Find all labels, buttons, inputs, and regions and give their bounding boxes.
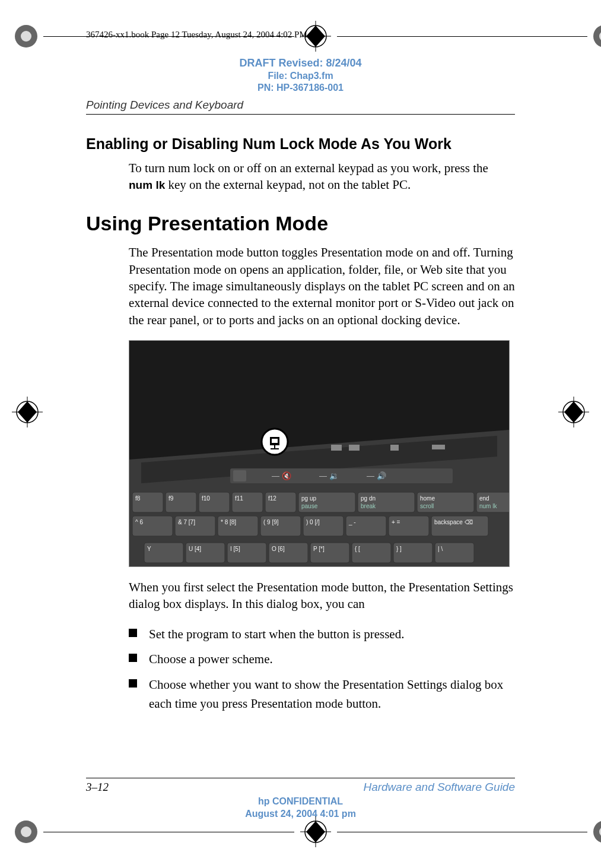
svg-text:+ =: + =: [392, 519, 400, 525]
svg-text:* 8 [8]: * 8 [8]: [221, 519, 236, 525]
svg-text:pg up: pg up: [301, 495, 316, 502]
svg-text:— 🔊: — 🔊: [367, 471, 387, 481]
svg-text:home: home: [420, 495, 435, 502]
svg-text:pause: pause: [301, 503, 318, 509]
svg-text:f12: f12: [268, 495, 276, 502]
svg-text:— 🔉: — 🔉: [319, 471, 339, 481]
bullet-text: Set the program to start when the button…: [149, 625, 404, 644]
svg-point-90: [305, 821, 326, 842]
text-fragment: key on the external keypad, not on the t…: [165, 178, 411, 192]
svg-text:O [6]: O [6]: [272, 546, 285, 552]
svg-text:} ]: } ]: [396, 546, 402, 552]
svg-text:break: break: [361, 503, 376, 509]
svg-rect-17: [390, 445, 399, 451]
registration-target-icon: [558, 397, 589, 427]
draft-header: DRAFT Revised: 8/24/04 File: Chap3.fm PN…: [0, 56, 601, 94]
crop-marks-bottom: [15, 816, 601, 847]
page-number: 3–12: [86, 781, 109, 794]
draft-revised: DRAFT Revised: 8/24/04: [0, 56, 601, 70]
confidential-line1: hp CONFIDENTIAL: [0, 796, 601, 808]
svg-text:end: end: [479, 495, 489, 502]
registration-target-icon: [300, 816, 331, 847]
svg-text:U [4]: U [4]: [189, 546, 201, 552]
svg-text:) 0 [/]: ) 0 [/]: [306, 519, 320, 525]
page-footer: 3–12 Hardware and Software Guide: [86, 778, 515, 794]
square-bullet-icon: [129, 654, 137, 662]
draft-file: File: Chap3.fm: [0, 70, 601, 82]
svg-text:num lk: num lk: [479, 503, 497, 509]
page-content: Enabling or Disabling Num Lock Mode As Y…: [86, 135, 515, 714]
svg-rect-26: [233, 470, 246, 481]
svg-text:— 🔇: — 🔇: [272, 471, 292, 481]
registration-circle-icon: [593, 25, 601, 47]
svg-text:f9: f9: [168, 495, 174, 502]
guide-title: Hardware and Software Guide: [363, 781, 515, 794]
svg-rect-22: [272, 439, 278, 443]
list-item: Set the program to start when the button…: [129, 625, 515, 644]
keyboard-photo: — 🔇 — 🔉 — 🔊 f8f9f10f11f12pg uppausepg dn…: [129, 340, 510, 567]
subheading-numlock: Enabling or Disabling Num Lock Mode As Y…: [86, 135, 515, 153]
svg-rect-16: [349, 445, 360, 451]
svg-text:f10: f10: [202, 495, 210, 502]
svg-text:f11: f11: [235, 495, 243, 502]
svg-text:( 9 [9]: ( 9 [9]: [263, 519, 279, 525]
svg-marker-93: [306, 821, 325, 842]
svg-text:_ -: _ -: [348, 519, 356, 525]
list-item: Choose a power scheme.: [129, 650, 515, 669]
svg-text:Y: Y: [147, 546, 151, 552]
draft-pn: PN: HP-367186-001: [0, 82, 601, 94]
presentation-bullet-list: Set the program to start when the button…: [129, 625, 515, 714]
svg-marker-3: [306, 26, 325, 47]
svg-text:I [5]: I [5]: [230, 546, 240, 552]
registration-circle-icon: [15, 25, 37, 47]
svg-text:f8: f8: [135, 495, 141, 502]
registration-target-icon: [12, 397, 43, 427]
svg-text:backspace ⌫: backspace ⌫: [434, 519, 473, 525]
svg-point-0: [305, 26, 326, 47]
presentation-paragraph-1: The Presentation mode button toggles Pre…: [129, 244, 515, 328]
svg-text:pg dn: pg dn: [361, 495, 376, 502]
svg-rect-25: [230, 468, 453, 483]
svg-rect-18: [432, 445, 445, 449]
bullet-text: Choose a power scheme.: [149, 650, 273, 669]
svg-text:^ 6: ^ 6: [135, 519, 143, 525]
list-item: Choose whether you want to show the Pres…: [129, 675, 515, 714]
svg-text:& 7 [7]: & 7 [7]: [178, 519, 195, 525]
numlock-paragraph: To turn num lock on or off on an externa…: [129, 160, 515, 194]
presentation-paragraph-2: When you first select the Presentation m…: [129, 579, 515, 613]
confidential-line2: August 24, 2004 4:01 pm: [0, 808, 601, 821]
square-bullet-icon: [129, 679, 137, 688]
confidential-footer: hp CONFIDENTIAL August 24, 2004 4:01 pm: [0, 796, 601, 821]
svg-text:| \: | \: [438, 546, 443, 552]
svg-marker-11: [564, 401, 583, 423]
chapter-title: Pointing Devices and Keyboard: [86, 99, 601, 112]
svg-rect-15: [331, 445, 342, 451]
registration-circle-icon: [15, 821, 37, 843]
square-bullet-icon: [129, 629, 137, 637]
text-fragment: To turn num lock on or off on an externa…: [129, 161, 488, 175]
heading-presentation-mode: Using Presentation Mode: [86, 212, 515, 235]
header-rule: [86, 114, 515, 115]
bullet-text: Choose whether you want to show the Pres…: [149, 675, 515, 714]
keycap-numlk: num lk: [129, 179, 165, 191]
page-meta-header: 367426-xx1.book Page 12 Tuesday, August …: [86, 30, 307, 40]
svg-text:P [*]: P [*]: [313, 546, 325, 552]
registration-circle-icon: [593, 821, 601, 843]
svg-text:scroll: scroll: [420, 503, 434, 509]
svg-marker-7: [18, 401, 37, 423]
svg-text:{ [: { [: [355, 546, 360, 552]
